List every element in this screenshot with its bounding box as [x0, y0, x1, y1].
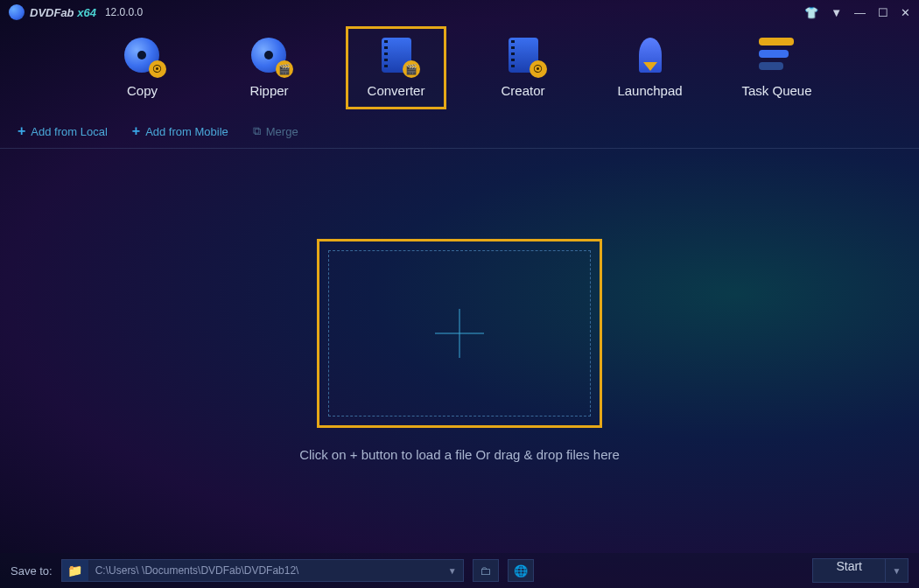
plus-icon: + [132, 123, 140, 139]
tool-creator-label: Creator [501, 83, 544, 98]
maximize-icon[interactable]: ☐ [878, 6, 888, 19]
copy-icon: ⦿ [124, 38, 161, 74]
app-logo-icon [9, 4, 25, 20]
dropzone-hint: Click on + button to load a file Or drag… [299, 447, 620, 462]
main-toolbar: ⦿ Copy 🎬 Ripper 🎬 Converter ⦿ Creator La… [0, 24, 919, 116]
window-controls: 👕 ▼ — ☐ ✕ [804, 6, 910, 19]
task-queue-icon [759, 38, 796, 74]
add-file-plus-icon[interactable] [435, 309, 484, 358]
start-dropdown-icon[interactable]: ▼ [886, 558, 908, 583]
tool-converter[interactable]: 🎬 Converter [346, 26, 446, 109]
app-version: 12.0.0.0 [105, 6, 143, 18]
tool-launchpad[interactable]: Launchpad [600, 26, 700, 109]
start-button-group: Start ▼ [812, 558, 908, 583]
add-from-local-button[interactable]: + Add from Local [18, 123, 108, 139]
tool-creator[interactable]: ⦿ Creator [473, 26, 573, 109]
tool-converter-label: Converter [368, 83, 425, 98]
menu-dropdown-icon[interactable]: ▼ [831, 6, 842, 19]
tool-copy-label: Copy [127, 83, 158, 98]
launchpad-icon [632, 38, 669, 74]
start-button[interactable]: Start [812, 558, 886, 583]
shirt-icon[interactable]: 👕 [804, 6, 818, 19]
tool-copy[interactable]: ⦿ Copy [92, 26, 193, 109]
add-from-mobile-label: Add from Mobile [145, 125, 228, 138]
tool-task-queue[interactable]: Task Queue [726, 26, 827, 109]
merge-label: Merge [266, 125, 298, 138]
creator-icon: ⦿ [505, 38, 542, 74]
bottom-bar: Save to: 📁 C:\Users\ \Documents\DVDFab\D… [0, 553, 919, 588]
path-dropdown-icon[interactable]: ▼ [442, 566, 463, 576]
save-to-label: Save to: [11, 564, 53, 578]
web-output-button[interactable]: 🌐 [508, 559, 534, 582]
minimize-icon[interactable]: — [854, 6, 866, 19]
tool-ripper-label: Ripper [249, 83, 288, 98]
add-from-mobile-button[interactable]: + Add from Mobile [132, 123, 228, 139]
browse-folder-button[interactable]: 🗀 [473, 559, 499, 582]
app-name: DVDFab x64 [30, 6, 96, 19]
tool-ripper[interactable]: 🎬 Ripper [219, 26, 319, 109]
titlebar: DVDFab x64 12.0.0.0 👕 ▼ — ☐ ✕ [0, 0, 919, 24]
ripper-icon: 🎬 [251, 38, 288, 74]
tool-launchpad-label: Launchpad [617, 83, 682, 98]
folder-icon[interactable]: 📁 [62, 560, 88, 581]
converter-icon: 🎬 [378, 38, 415, 74]
dropzone-highlight [317, 239, 602, 428]
tool-task-queue-label: Task Queue [741, 83, 811, 98]
merge-icon: ⧉ [253, 124, 261, 138]
plus-icon: + [18, 123, 25, 139]
sub-toolbar: + Add from Local + Add from Mobile ⧉ Mer… [0, 116, 919, 149]
merge-button[interactable]: ⧉ Merge [253, 124, 298, 138]
save-path-text: C:\Users\ \Documents\DVDFab\DVDFab12\ [88, 564, 442, 577]
dropzone[interactable] [328, 250, 591, 416]
save-path-box[interactable]: 📁 C:\Users\ \Documents\DVDFab\DVDFab12\ … [61, 559, 464, 582]
add-from-local-label: Add from Local [31, 125, 107, 138]
titlebar-left: DVDFab x64 12.0.0.0 [9, 4, 143, 20]
close-icon[interactable]: ✕ [901, 6, 910, 19]
main-area: Click on + button to load a file Or drag… [0, 149, 919, 551]
